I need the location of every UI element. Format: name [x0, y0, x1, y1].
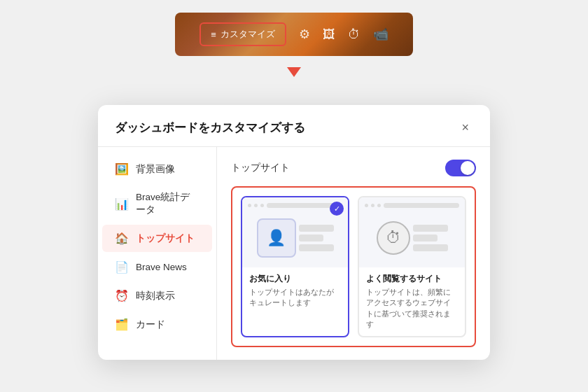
history-icon[interactable]: ⏱ [348, 27, 360, 42]
customize-dialog: ダッシュボードをカスタマイズする × 🖼️ 背景画像 📊 Brave統計データ … [98, 105, 490, 360]
topsites-icon: 🏠 [115, 232, 129, 245]
top-bar: ≡ カスタマイズ ⚙ 🖼 ⏱ 📹 [175, 13, 413, 56]
sidebar-item-news[interactable]: 📄 Brave News [102, 253, 212, 281]
background-icon: 🖼️ [115, 162, 129, 176]
favorites-card-footer: お気に入り トップサイトはあなたがキュレートします [242, 267, 348, 314]
topsites-toggle[interactable] [445, 160, 476, 176]
sidebar-item-background[interactable]: 🖼️ 背景画像 [102, 155, 212, 183]
dialog-body: 🖼️ 背景画像 📊 Brave統計データ 🏠 トップサイト 📄 Brave Ne… [98, 147, 490, 360]
sidebar-item-stats[interactable]: 📊 Brave統計データ [102, 184, 212, 223]
customize-label: カスタマイズ [220, 28, 275, 41]
selected-checkmark: ✓ [330, 202, 344, 216]
news-icon: 📄 [115, 260, 129, 274]
sidebar-item-topsites-label: トップサイト [136, 232, 195, 245]
visited-card-preview: ⏱ [359, 197, 465, 267]
person-icon: 👤 [257, 218, 296, 258]
clock-icon: ⏰ [115, 289, 129, 302]
favorites-card[interactable]: 👤 ✓ お気に入り トップサイトはあなたがキュレートします [241, 196, 349, 337]
visited-title: よく閲覧するサイト [366, 273, 458, 285]
sidebar-item-topsites[interactable]: 🏠 トップサイト [102, 225, 212, 252]
main-panel: トップサイト 👤 [217, 147, 490, 360]
sidebar-item-stats-label: Brave統計データ [136, 191, 200, 216]
layout-options-grid: 👤 ✓ お気に入り トップサイトはあなたがキュレートします [231, 186, 476, 347]
sidebar-item-news-label: Brave News [136, 262, 187, 272]
video-icon[interactable]: 📹 [373, 27, 388, 42]
visited-card-footer: よく閲覧するサイト トップサイトは、頻繁にアクセスするウェブサイトに基づいて推奨… [359, 267, 465, 336]
visited-description: トップサイトは、頻繁にアクセスするウェブサイトに基づいて推奨されます [366, 287, 458, 330]
gear-icon[interactable]: ⚙ [299, 27, 310, 42]
dialog-header: ダッシュボードをカスタマイズする × [98, 105, 490, 147]
favorites-title: お気に入り [249, 273, 341, 285]
favorites-card-preview: 👤 ✓ [242, 197, 348, 267]
cards-icon: 🗂️ [115, 318, 129, 331]
sidebar-item-clock-label: 時刻表示 [136, 290, 175, 302]
settings-sidebar: 🖼️ 背景画像 📊 Brave統計データ 🏠 トップサイト 📄 Brave Ne… [98, 147, 217, 360]
sidebar-item-clock[interactable]: ⏰ 時刻表示 [102, 282, 212, 309]
dialog-title: ダッシュボードをカスタマイズする [115, 120, 305, 136]
sliders-icon: ≡ [211, 29, 216, 40]
history-circle-icon: ⏱ [377, 221, 410, 255]
close-button[interactable]: × [457, 119, 473, 136]
sidebar-item-cards-label: カード [136, 318, 165, 331]
sidebar-item-cards[interactable]: 🗂️ カード [102, 311, 212, 338]
bookmark-icon[interactable]: 🖼 [323, 27, 335, 42]
stats-icon: 📊 [115, 197, 129, 211]
customize-button[interactable]: ≡ カスタマイズ [200, 22, 286, 46]
favorites-description: トップサイトはあなたがキュレートします [249, 287, 341, 309]
visited-card[interactable]: ⏱ よく閲覧するサイト トップサイトは、頻繁にアクセスするウェブサイトに基づいて… [358, 196, 466, 337]
sidebar-item-background-label: 背景画像 [136, 163, 175, 176]
section-header: トップサイト [231, 160, 476, 176]
section-label: トップサイト [231, 162, 290, 174]
